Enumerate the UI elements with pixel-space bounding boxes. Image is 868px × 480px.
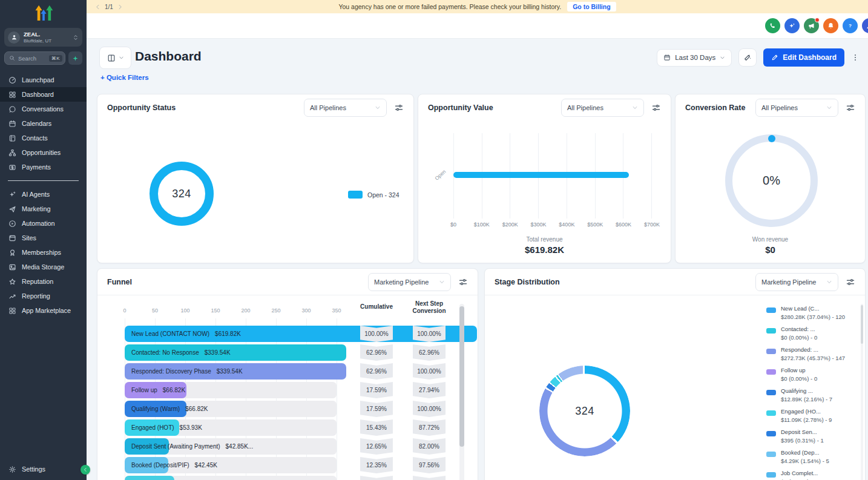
pipeline-filter-dropdown[interactable]: Marketing Pipeline bbox=[368, 273, 451, 291]
legend-swatch bbox=[766, 307, 776, 313]
quick-filters-link[interactable]: + Quick Filters bbox=[100, 74, 149, 81]
pipeline-filter-dropdown[interactable]: All Pipelines bbox=[561, 99, 644, 117]
prev-page-icon[interactable] bbox=[95, 4, 100, 10]
funnel-card: Funnel Marketing Pipeline 05010015020025… bbox=[97, 268, 478, 480]
nav-item-label: Opportunities bbox=[22, 149, 61, 156]
search-icon bbox=[9, 55, 15, 61]
sidebar-item[interactable]: AI Agents bbox=[0, 187, 87, 202]
pipeline-filter-dropdown[interactable]: All Pipelines bbox=[304, 99, 387, 117]
sidebar-item[interactable]: Reporting bbox=[0, 289, 87, 303]
chart-settings-icon[interactable] bbox=[846, 103, 855, 113]
nav-item-icon bbox=[8, 307, 16, 315]
legend-scrollbar[interactable] bbox=[861, 304, 863, 480]
legend-detail: $4.29K (1.54%) - 5 bbox=[781, 458, 829, 464]
date-range-picker[interactable]: Last 30 Days bbox=[657, 49, 732, 67]
funnel-row: Responded: Discovery Phase $339.54K 62.9… bbox=[97, 363, 478, 380]
svg-text:?: ? bbox=[849, 23, 852, 28]
edit-dashboard-button[interactable]: Edit Dashboard bbox=[763, 48, 844, 67]
ai-wand-button[interactable] bbox=[738, 48, 757, 67]
won-revenue-value: $0 bbox=[676, 245, 865, 255]
toolbar-icon-button[interactable]: ? bbox=[843, 18, 858, 33]
toolbar-icon-button[interactable] bbox=[804, 18, 819, 33]
pipeline-filter-dropdown[interactable]: Marketing Pipeline bbox=[755, 273, 838, 291]
sidebar-item[interactable]: Contacts bbox=[0, 131, 87, 145]
cumulative-pill bbox=[360, 476, 393, 480]
nav-item-label: Settings bbox=[22, 465, 45, 473]
sidebar-item[interactable]: Memberships bbox=[0, 245, 87, 260]
scrollbar-thumb[interactable] bbox=[459, 306, 464, 447]
stage-name: New Lead (CONTACT NOW) bbox=[131, 330, 209, 337]
toolbar-icon-button[interactable] bbox=[862, 18, 868, 33]
opportunity-value-card: Opportunity Value All Pipelines Open $0$… bbox=[418, 94, 671, 263]
toolbar-icon bbox=[807, 22, 815, 30]
search-placeholder: Search bbox=[18, 55, 46, 62]
legend-detail: $12.89K (2.16%) - 7 bbox=[781, 396, 832, 403]
sidebar-item[interactable]: Calendars bbox=[0, 116, 87, 131]
nav-item-label: Payments bbox=[22, 163, 51, 171]
legend-item: Booked (Dep... $4.29K (1.54%) - 5 bbox=[766, 449, 857, 464]
funnel-scrollbar[interactable] bbox=[459, 304, 464, 480]
wand-icon bbox=[743, 53, 752, 62]
dashboard-selector[interactable] bbox=[99, 47, 131, 69]
chart-settings-icon[interactable] bbox=[394, 103, 404, 113]
sidebar-item[interactable]: Payments bbox=[0, 160, 87, 174]
nav-item-label: Automation bbox=[22, 220, 55, 227]
sidebar-item-settings[interactable]: Settings bbox=[0, 462, 87, 476]
sidebar-item[interactable]: Launchpad bbox=[0, 73, 87, 87]
pipeline-filter-value: Marketing Pipeline bbox=[761, 278, 817, 286]
stage-name: Qualifying (Warm) bbox=[131, 406, 180, 412]
donut-center-value: 324 bbox=[172, 188, 191, 200]
next-page-icon[interactable] bbox=[117, 4, 123, 10]
sidebar-divider bbox=[8, 180, 79, 181]
funnel-row: Qualifying (Warm) $66.82K 17.59% 100.00% bbox=[97, 401, 478, 417]
chevron-down-icon bbox=[826, 105, 832, 111]
more-options-button[interactable] bbox=[851, 53, 860, 62]
pipeline-filter-value: All Pipelines bbox=[310, 104, 346, 111]
chart-settings-icon[interactable] bbox=[458, 277, 468, 287]
page-title: Dashboard bbox=[135, 49, 202, 64]
donut-center-value: 324 bbox=[539, 366, 630, 456]
toolbar-icon bbox=[866, 22, 868, 30]
toolbar-icon-button[interactable] bbox=[823, 18, 838, 33]
chart-legend: Open - 324 bbox=[348, 191, 399, 199]
legend-swatch bbox=[766, 369, 776, 375]
toolbar-icon-button[interactable] bbox=[784, 18, 800, 33]
card-title: Conversion Rate bbox=[685, 104, 745, 112]
app-logo bbox=[0, 0, 87, 25]
search-input[interactable]: Search ⌘K bbox=[4, 51, 65, 65]
sidebar: ZEAL. Bluffdale, UT Search ⌘K Launchpad … bbox=[0, 0, 87, 480]
stage-value: $53.93K bbox=[180, 424, 202, 431]
card-title: Opportunity Value bbox=[428, 104, 493, 112]
stage-name: Follow up bbox=[131, 387, 157, 393]
pipeline-filter-dropdown[interactable]: All Pipelines bbox=[755, 99, 838, 117]
sidebar-item[interactable]: App Marketplace bbox=[0, 303, 87, 318]
agency-switcher[interactable]: ZEAL. Bluffdale, UT bbox=[4, 28, 82, 47]
sidebar-item[interactable]: Sites bbox=[0, 231, 87, 245]
pipeline-filter-value: All Pipelines bbox=[761, 104, 798, 111]
sidebar-item[interactable]: Dashboard bbox=[0, 87, 87, 102]
funnel-row: Engaged (HOT) $53.93K 15.43% 87.72% bbox=[97, 419, 478, 436]
funnel-bar-label bbox=[131, 476, 137, 480]
scrollbar-thumb[interactable] bbox=[861, 305, 863, 344]
sidebar-item[interactable]: Conversations bbox=[0, 102, 87, 116]
next-step-pill: 62.96% bbox=[413, 344, 446, 361]
chart-settings-icon[interactable] bbox=[846, 277, 855, 287]
go-to-billing-button[interactable]: Go to Billing bbox=[567, 2, 616, 12]
sidebar-item[interactable]: Reputation bbox=[0, 274, 87, 289]
toolbar-icon-button[interactable] bbox=[765, 18, 780, 33]
cumulative-pill: 17.59% bbox=[360, 401, 393, 417]
chart-settings-icon[interactable] bbox=[651, 103, 661, 113]
quick-add-button[interactable] bbox=[68, 51, 82, 65]
calendar-icon bbox=[663, 54, 671, 61]
sidebar-item[interactable]: Automation bbox=[0, 216, 87, 231]
funnel-row: Follow up $66.82K 17.59% 27.94% bbox=[97, 382, 478, 398]
nav-item-icon bbox=[8, 263, 16, 271]
cumulative-pill: 100.00% bbox=[360, 326, 393, 342]
sidebar-item[interactable]: Opportunities bbox=[0, 145, 87, 160]
sidebar-item[interactable]: Media Storage bbox=[0, 260, 87, 274]
plus-icon bbox=[72, 55, 79, 62]
layout-icon bbox=[107, 54, 116, 62]
sidebar-collapse-button[interactable] bbox=[81, 465, 90, 475]
toolbar-quick-icons: ? bbox=[765, 18, 868, 33]
sidebar-item[interactable]: Marketing bbox=[0, 202, 87, 216]
